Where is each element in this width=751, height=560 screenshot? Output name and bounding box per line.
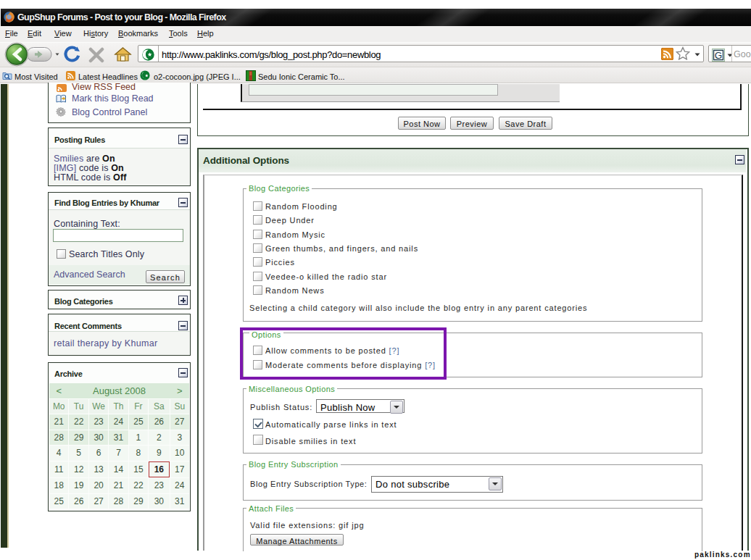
- svg-text:G: G: [715, 50, 723, 61]
